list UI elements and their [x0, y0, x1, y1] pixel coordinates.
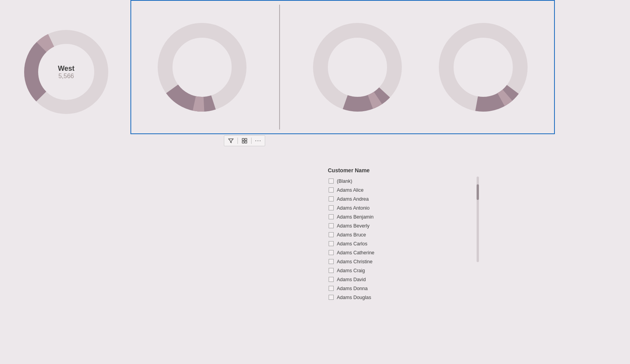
- customer-checkbox[interactable]: [329, 187, 334, 192]
- west-donut-container: West 5,566: [8, 6, 125, 138]
- customer-panel-title: Customer Name: [327, 167, 475, 173]
- customer-checkbox[interactable]: [329, 196, 334, 201]
- customer-name-label: Adams Craig: [337, 268, 365, 273]
- customer-name-label: Adams Andrea: [337, 196, 369, 202]
- toolbar-separator: [238, 138, 238, 144]
- customer-checkbox[interactable]: [329, 205, 334, 210]
- customer-checkbox[interactable]: [329, 241, 334, 246]
- list-item[interactable]: Adams Catherine: [327, 248, 471, 257]
- list-item[interactable]: Adams Beverly: [327, 221, 471, 230]
- list-item[interactable]: Adams Bruce: [327, 230, 471, 239]
- list-item[interactable]: Adams Antonio: [327, 203, 471, 212]
- list-item[interactable]: (Blank): [327, 177, 471, 186]
- list-item[interactable]: Adams David: [327, 275, 471, 284]
- customer-name-label: Adams Douglas: [337, 295, 371, 300]
- customer-name-label: (Blank): [337, 178, 352, 184]
- customer-scrollbar[interactable]: [477, 177, 479, 262]
- customer-checkbox[interactable]: [329, 250, 334, 255]
- donut-4-container[interactable]: [435, 19, 532, 116]
- customer-name-label: Adams Alice: [337, 187, 364, 193]
- donut-3-container[interactable]: [309, 19, 406, 116]
- customer-checkbox[interactable]: [329, 286, 334, 291]
- donut-2-container[interactable]: [153, 19, 251, 116]
- resize-handle[interactable]: [279, 5, 280, 130]
- donut-toolbar: ···: [224, 135, 265, 146]
- customer-name-label: Adams Antonio: [337, 205, 370, 211]
- customer-checkbox[interactable]: [329, 277, 334, 282]
- customer-name-label: Adams Bruce: [337, 232, 366, 238]
- list-item[interactable]: Adams Benjamin: [327, 212, 471, 221]
- customer-name-label: Adams Carlos: [337, 241, 368, 247]
- focus-button[interactable]: [239, 136, 250, 145]
- customer-checkbox[interactable]: [329, 268, 334, 273]
- list-item[interactable]: Adams Douglas: [327, 293, 471, 302]
- filter-button[interactable]: [226, 136, 236, 145]
- customer-name-label: Adams Donna: [337, 286, 368, 291]
- selected-donut-box: [130, 0, 555, 134]
- west-donut-chart[interactable]: West 5,566: [19, 25, 113, 119]
- more-options-button[interactable]: ···: [253, 136, 263, 145]
- customer-checkbox[interactable]: [329, 232, 334, 237]
- svg-rect-15: [245, 141, 247, 143]
- customer-name-label: Adams Beverly: [337, 223, 370, 229]
- svg-rect-13: [245, 138, 247, 140]
- customer-scrollbar-thumb: [477, 184, 479, 200]
- customer-checkbox[interactable]: [329, 178, 334, 184]
- list-item[interactable]: Adams Andrea: [327, 194, 471, 203]
- list-item[interactable]: Adams Donna: [327, 284, 471, 293]
- svg-rect-12: [242, 138, 244, 140]
- list-item[interactable]: Adams Christine: [327, 257, 471, 266]
- customer-checkbox[interactable]: [329, 223, 334, 228]
- list-item[interactable]: Adams Carlos: [327, 239, 471, 248]
- customer-name-label: Adams Benjamin: [337, 214, 374, 220]
- list-item[interactable]: Adams Alice: [327, 186, 471, 194]
- toolbar-separator-2: [251, 138, 252, 144]
- customer-name-label: Adams David: [337, 277, 366, 282]
- customer-checkbox[interactable]: [329, 214, 334, 219]
- customer-name-label: Adams Christine: [337, 259, 373, 264]
- svg-rect-14: [242, 141, 244, 143]
- customer-checkbox[interactable]: [329, 295, 334, 300]
- customer-list: (Blank)Adams AliceAdams AndreaAdams Anto…: [327, 177, 471, 302]
- customer-name-label: Adams Catherine: [337, 250, 375, 256]
- list-item[interactable]: Adams Craig: [327, 266, 471, 275]
- customer-panel: Customer Name (Blank)Adams AliceAdams An…: [327, 167, 475, 302]
- customer-checkbox[interactable]: [329, 259, 334, 264]
